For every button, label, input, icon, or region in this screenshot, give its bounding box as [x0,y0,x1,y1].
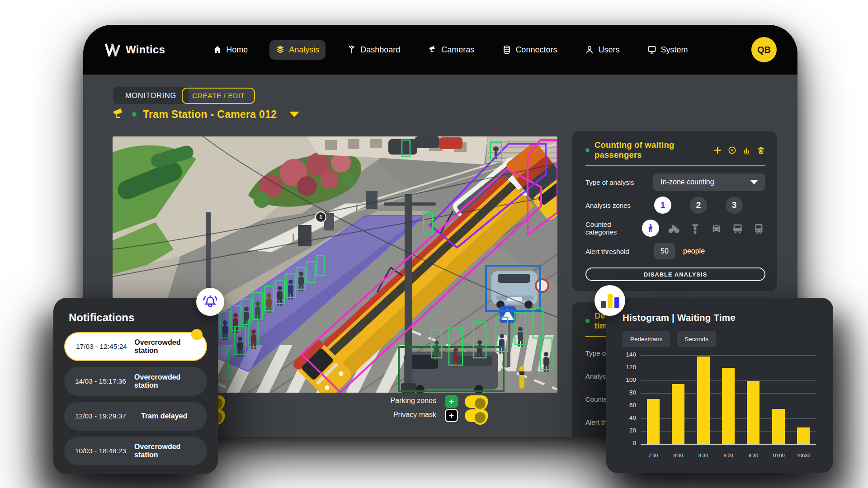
analysis-status-dot [585,319,590,323]
scooter-icon [689,222,701,235]
camera-title: Tram Station - Camera 012 [143,108,277,121]
select-caret-icon [750,180,758,184]
tab-create-edit[interactable]: CREATE / EDIT [182,88,255,104]
histogram-bar [647,399,660,444]
nav-item-analysis[interactable]: Analysis [269,40,326,60]
nav-item-home[interactable]: Home [207,40,254,60]
category-bicycle-button[interactable] [667,221,680,235]
threshold-unit: people [683,247,705,255]
home-icon [213,45,222,54]
chart-x-tick: 8:00 [665,453,690,458]
route-icon [347,45,356,54]
notifications-panel: Notifications 17/03 - 12:45:24 Overcrowd… [53,298,218,474]
type-of-analysis-label: Type of analysis [585,178,653,186]
chart-y-tick: 120 [620,364,636,371]
camera-title-row: Tram Station - Camera 012 [112,108,299,121]
chart-y-tick: 140 [620,351,636,358]
database-icon [502,45,511,54]
histogram-tabs: Pedestrians Seconds [623,331,820,347]
chart-y-tick: 80 [620,389,636,396]
histogram-panel: Histogram | Waiting Time Pedestrians Sec… [606,298,833,473]
notifications-title: Notifications [69,311,207,324]
card-divider [585,165,765,166]
histogram-bar [697,357,710,444]
privacy-mask-label: Privacy mask [346,411,436,419]
analysis-zones-label: Analysis zones [585,202,654,209]
chart-y-tick: 0 [620,440,636,446]
tab-pedestrians[interactable]: Pedestrians [623,331,670,347]
brand-name: Wintics [126,43,165,56]
notification-row[interactable]: 10/03 - 18:48:23 Overcrowded station [64,436,207,465]
unread-dot [191,329,203,340]
add-icon[interactable] [713,146,722,155]
notification-row[interactable]: 17/03 - 12:45:24 Overcrowded station [64,332,207,361]
histogram-bar [747,381,760,444]
histogram-title: Histogram | Waiting Time [623,312,820,323]
chart-y-tick: 20 [620,427,636,434]
category-bus-button[interactable] [752,221,765,235]
monitor-icon [647,45,656,54]
alert-threshold-input[interactable] [654,243,675,259]
top-nav: Wintics Home Analysis Dashboard Cameras [83,25,797,75]
notifications-bell-button[interactable] [196,288,224,316]
bus-icon [753,222,765,235]
bell-icon [201,293,219,311]
chart-y-tick: 100 [620,376,636,383]
analysis-status-dot [585,148,590,152]
user-icon [585,45,594,54]
chart-gridline [641,355,816,356]
notification-row[interactable]: 12/03 - 19:29:37 Tram delayed [64,402,207,431]
alert-threshold-label: Alert threshold [585,248,654,255]
category-pedestrian-button[interactable] [642,220,659,237]
bicycle-icon [668,222,680,235]
zone-2-button[interactable]: 2 [690,197,707,214]
car-icon [710,222,722,235]
play-icon[interactable] [728,146,736,155]
wintics-logo-icon [104,43,121,56]
trash-icon[interactable] [757,146,765,155]
category-car-button[interactable] [709,221,723,235]
disable-analysis-button[interactable]: DISABLE ANALYSIS [585,267,765,281]
histogram-bar [722,368,735,444]
nav-item-users[interactable]: Users [579,40,626,60]
camera-icon [112,108,126,121]
category-scooter-button[interactable] [688,221,702,235]
truck-icon [731,222,744,235]
chart-y-tick: 40 [620,414,636,421]
nav-menu: Home Analysis Dashboard Cameras Connecto… [207,40,694,60]
privacy-mask-toggle[interactable] [465,409,488,422]
type-of-analysis-select[interactable]: In-zone counting [653,174,765,191]
parking-zones-toggle[interactable] [465,395,488,408]
camera-dropdown-caret[interactable] [289,112,299,117]
cctv-icon [428,45,437,54]
layers-icon [276,45,285,54]
nav-item-system[interactable]: System [641,40,694,60]
chart-x-tick: 10:00 [766,453,791,458]
nav-item-cameras[interactable]: Cameras [422,40,481,60]
zone-1-badge[interactable]: 1 [315,211,326,223]
category-truck-button[interactable] [731,221,744,235]
waiting-time-chart: 0204060801001201407:308:008:309:009:3010… [620,352,820,459]
analysis-card-counting: Counting of waiting passengers Type of a… [572,131,777,291]
add-privacy-mask-button[interactable]: + [445,409,458,422]
add-parking-zone-button[interactable]: + [445,395,458,408]
zone-1-button[interactable]: 1 [654,197,671,214]
nav-item-connectors[interactable]: Connectors [496,40,563,60]
chart-gridline [641,444,816,445]
chart-x-tick: 9:30 [741,453,766,458]
nav-item-dashboard[interactable]: Dashboard [341,40,406,60]
brand-logo[interactable]: Wintics [104,43,165,56]
histogram-icon [594,285,625,316]
tab-seconds[interactable]: Seconds [677,331,716,347]
notification-row[interactable]: 14/03 - 15:17:36 Overcrowded station [64,367,207,396]
chart-icon[interactable] [742,146,751,155]
page: Wintics Home Analysis Dashboard Cameras [0,0,868,488]
histogram-bar [672,384,684,444]
user-avatar[interactable]: QB [751,37,777,62]
pedestrian-icon [646,223,656,233]
zone-3-button[interactable]: 3 [726,197,743,214]
tab-monitoring[interactable]: MONITORING [113,87,189,104]
camera-status-dot [132,112,137,117]
chart-x-tick: 10h30 [791,453,816,458]
chart-x-tick: 8:30 [691,453,716,458]
